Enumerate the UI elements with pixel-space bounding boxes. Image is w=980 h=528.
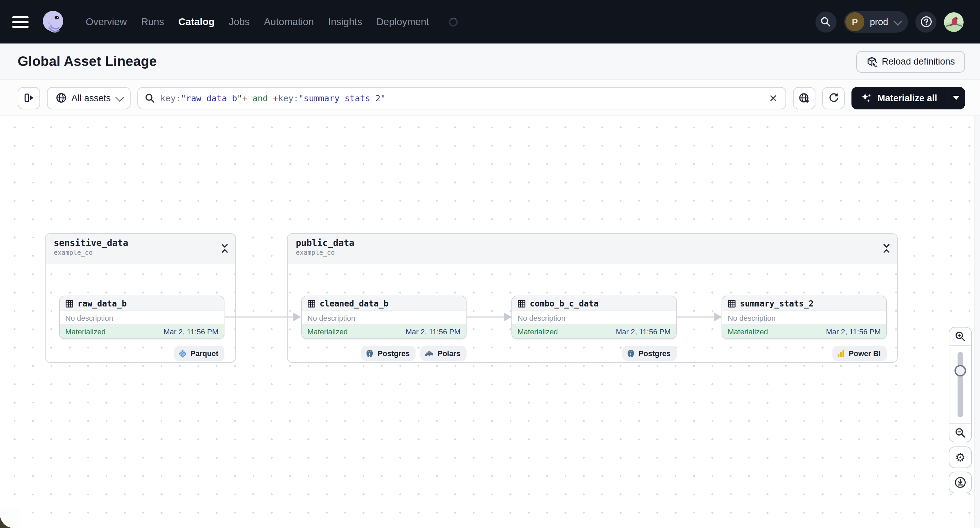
materialize-options-button[interactable] — [947, 87, 965, 109]
postgres-icon — [366, 349, 374, 358]
asset-scope-label: All assets — [72, 93, 111, 103]
group-name: sensitive_data — [54, 238, 227, 248]
asset-scope-dropdown[interactable]: All assets — [47, 87, 130, 109]
collapse-group-icon[interactable] — [221, 243, 229, 255]
nav-item-overview[interactable]: Overview — [86, 16, 127, 27]
graph-settings-button[interactable]: ⚙ — [949, 446, 972, 468]
zoom-slider-thumb[interactable] — [955, 365, 966, 376]
asset-group-public-data[interactable]: public_data example_co cleaned_data_b No… — [287, 233, 898, 363]
materialize-all-button[interactable]: Materialize all — [851, 87, 947, 109]
deployment-initial-badge: P — [845, 12, 864, 31]
asset-tag-row: Power BI — [722, 346, 887, 361]
materialize-all-split-button: Materialize all — [851, 87, 965, 109]
search-icon — [821, 16, 831, 27]
asset-status: Materialized — [728, 328, 768, 336]
lineage-toolbar: All assets key:"raw_data_b"+ and +key:"s… — [0, 80, 980, 116]
asset-search-input[interactable]: key:"raw_data_b"+ and +key:"summary_stat… — [137, 87, 786, 109]
navbar-right: P prod — [815, 11, 964, 33]
caret-down-icon — [953, 96, 959, 100]
search-button[interactable] — [815, 11, 837, 32]
reload-definitions-button[interactable]: Reload definitions — [856, 51, 965, 72]
tag-postgres[interactable]: Postgres — [361, 346, 416, 361]
asset-node-header: combo_b_c_data — [512, 296, 676, 311]
asset-description: No description — [302, 311, 466, 325]
page-title: Global Asset Lineage — [18, 54, 157, 69]
asset-status-bar: Materialized Mar 2, 11:56 PM — [512, 325, 676, 338]
tag-polars[interactable]: Polars — [421, 346, 466, 361]
user-avatar[interactable] — [944, 12, 964, 32]
canvas-scrollbar[interactable] — [974, 116, 980, 528]
new-catalog-view-button[interactable] — [793, 87, 815, 109]
asset-timestamp: Mar 2, 11:56 PM — [406, 328, 460, 336]
nav-item-automation[interactable]: Automation — [264, 16, 314, 27]
asset-node-summary-stats-2[interactable]: summary_stats_2 No description Materiali… — [722, 296, 887, 339]
asset-timestamp: Mar 2, 11:56 PM — [826, 328, 881, 336]
gear-icon: ⚙ — [955, 452, 966, 463]
nav-item-deployment[interactable]: Deployment — [376, 16, 429, 27]
asset-name: raw_data_b — [78, 299, 127, 308]
group-name: public_data — [296, 238, 889, 248]
asset-timestamp: Mar 2, 11:56 PM — [164, 328, 218, 336]
asset-timestamp: Mar 2, 11:56 PM — [616, 328, 671, 336]
asset-status-bar: Materialized Mar 2, 11:56 PM — [60, 325, 224, 338]
nav-item-catalog[interactable]: Catalog — [178, 16, 215, 27]
tag-parquet[interactable]: Parquet — [174, 346, 224, 361]
collapse-group-icon[interactable] — [883, 243, 890, 255]
group-location: example_co — [54, 249, 227, 256]
zoom-slider-track[interactable] — [958, 352, 963, 417]
asset-node-raw-data-b[interactable]: raw_data_b No description Materialized M… — [59, 296, 224, 339]
search-query-text: key:"raw_data_b"+ and +key:"summary_stat… — [161, 93, 762, 103]
download-image-button[interactable] — [949, 472, 972, 493]
asset-tag-row: Postgres Polars — [301, 346, 466, 361]
zoom-slider[interactable] — [950, 346, 971, 423]
zoom-out-button[interactable] — [950, 423, 971, 442]
asset-description: No description — [722, 311, 886, 325]
download-icon — [954, 476, 966, 488]
asset-tag-row: Parquet — [59, 346, 224, 361]
dagster-logo-icon[interactable] — [40, 8, 67, 35]
loading-spinner-icon — [449, 17, 458, 26]
asset-node-header: raw_data_b — [60, 296, 224, 311]
nav-item-insights[interactable]: Insights — [328, 16, 362, 27]
help-button[interactable] — [915, 11, 937, 32]
asset-status: Materialized — [517, 328, 558, 336]
nav-item-runs[interactable]: Runs — [141, 16, 164, 27]
powerbi-icon — [837, 349, 845, 358]
lineage-canvas[interactable]: sensitive_data example_co raw_data_b No … — [0, 116, 980, 528]
panel-expand-icon — [24, 92, 34, 103]
asset-node-header: cleaned_data_b — [302, 296, 466, 311]
zoom-out-icon — [955, 427, 966, 438]
dagster-app: Overview Runs Catalog Jobs Automation In… — [0, 0, 980, 528]
asset-node-cleaned-data-b[interactable]: cleaned_data_b No description Materializ… — [301, 296, 466, 339]
chevron-down-icon — [893, 16, 902, 25]
refresh-button[interactable] — [822, 87, 845, 109]
asset-status-bar: Materialized Mar 2, 11:56 PM — [302, 325, 466, 338]
group-location: example_co — [296, 249, 889, 256]
globe-icon — [56, 92, 67, 103]
polars-icon — [425, 350, 434, 357]
clear-search-icon[interactable]: ✕ — [767, 93, 779, 103]
asset-group-sensitive-data[interactable]: sensitive_data example_co raw_data_b No … — [45, 233, 236, 363]
menu-icon[interactable] — [12, 16, 29, 27]
table-icon — [307, 299, 315, 308]
asset-description: No description — [512, 311, 676, 325]
sparkles-icon — [861, 92, 872, 103]
reload-definitions-label: Reload definitions — [882, 56, 955, 67]
deployment-switcher[interactable]: P prod — [844, 11, 908, 33]
zoom-in-button[interactable] — [950, 328, 971, 346]
asset-name: cleaned_data_b — [320, 299, 388, 308]
tag-power-bi[interactable]: Power BI — [832, 346, 887, 361]
open-left-panel-button[interactable] — [18, 87, 40, 109]
group-header: sensitive_data example_co — [46, 234, 235, 264]
asset-node-combo-b-c-data[interactable]: combo_b_c_data No description Materializ… — [511, 296, 677, 339]
table-icon — [65, 299, 73, 308]
nav-item-jobs[interactable]: Jobs — [229, 16, 250, 27]
group-header: public_data example_co — [288, 234, 897, 264]
table-icon — [728, 299, 736, 308]
primary-nav: Overview Runs Catalog Jobs Automation In… — [86, 16, 458, 27]
materialize-all-label: Materialize all — [877, 93, 937, 103]
zoom-controls — [949, 327, 972, 442]
tag-postgres[interactable]: Postgres — [622, 346, 677, 361]
top-navbar: Overview Runs Catalog Jobs Automation In… — [0, 0, 980, 43]
asset-description: No description — [60, 311, 224, 325]
